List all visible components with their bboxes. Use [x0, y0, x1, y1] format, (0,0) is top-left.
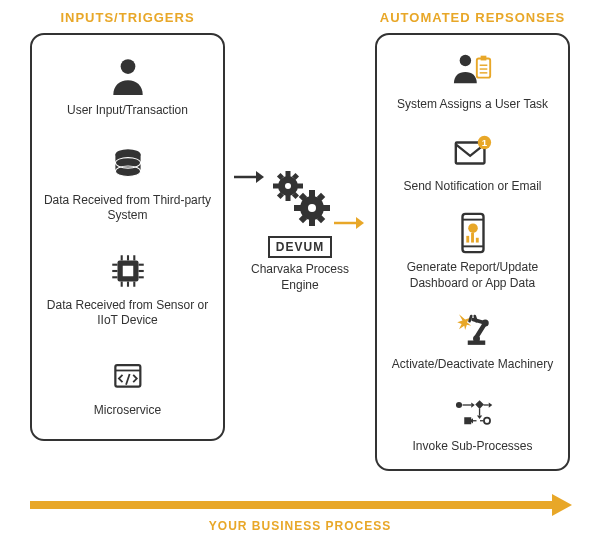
item-label: Microservice — [94, 403, 161, 419]
item-label: Data Received from Sensor or IIoT Device — [40, 298, 215, 329]
svg-rect-63 — [475, 400, 484, 409]
phone-report-icon — [452, 212, 494, 254]
item-machinery: Activate/Deactivate Machinery — [385, 309, 560, 373]
svg-point-68 — [483, 418, 489, 424]
database-icon — [107, 145, 149, 187]
svg-point-33 — [308, 204, 316, 212]
svg-rect-34 — [309, 190, 315, 197]
svg-rect-25 — [286, 195, 291, 201]
right-column: AUTOMATED REPSONSES System Assigns a Use… — [375, 10, 570, 471]
item-label: Activate/Deactivate Machinery — [392, 357, 553, 373]
item-third-party: Data Received from Third-party System — [40, 145, 215, 224]
item-microservice: Microservice — [40, 355, 215, 419]
svg-point-42 — [459, 55, 470, 66]
item-report: Generate Report/Update Dashboard or App … — [385, 212, 560, 291]
bottom-caption: YOUR BUSINESS PROCESS — [0, 519, 600, 533]
item-label: Send Notification or Email — [403, 179, 541, 195]
item-label: System Assigns a User Task — [397, 97, 548, 113]
code-icon — [107, 355, 149, 397]
svg-rect-5 — [122, 266, 133, 277]
arrow-line — [30, 501, 556, 509]
left-column: INPUTS/TRIGGERS User Input/Transaction D… — [30, 10, 225, 441]
devum-logo: DEVUM — [268, 236, 332, 258]
left-title: INPUTS/TRIGGERS — [30, 10, 225, 25]
chip-icon — [107, 250, 149, 292]
svg-text:1: 1 — [481, 137, 487, 148]
user-task-icon — [452, 49, 494, 91]
svg-rect-26 — [273, 184, 279, 189]
item-sensor-iiot: Data Received from Sensor or IIoT Device — [40, 250, 215, 329]
arrow-head-icon — [552, 494, 572, 516]
diagram-container: INPUTS/TRIGGERS User Input/Transaction D… — [0, 0, 600, 471]
svg-rect-27 — [297, 184, 303, 189]
engine-label: Charvaka Process Engine — [240, 262, 360, 293]
item-user-input: User Input/Transaction — [40, 55, 215, 119]
svg-point-54 — [468, 224, 478, 234]
svg-rect-56 — [471, 233, 474, 243]
svg-point-0 — [120, 59, 135, 74]
envelope-badge-icon: 1 — [452, 131, 494, 173]
svg-rect-57 — [475, 238, 478, 243]
robot-arm-icon — [452, 309, 494, 351]
process-arrow — [30, 497, 570, 513]
subprocess-icon — [452, 391, 494, 433]
item-label: User Input/Transaction — [67, 103, 188, 119]
svg-rect-55 — [466, 236, 469, 243]
item-label: Data Received from Third-party System — [40, 193, 215, 224]
svg-rect-36 — [294, 205, 301, 211]
item-label: Generate Report/Update Dashboard or App … — [385, 260, 560, 291]
svg-point-23 — [285, 183, 291, 189]
item-label: Invoke Sub-Processes — [412, 439, 532, 455]
svg-rect-37 — [323, 205, 330, 211]
svg-rect-24 — [286, 171, 291, 177]
svg-rect-35 — [309, 219, 315, 226]
right-title: AUTOMATED REPSONSES — [375, 10, 570, 25]
svg-rect-18 — [115, 365, 140, 386]
svg-rect-44 — [480, 56, 486, 61]
gears-icon — [260, 170, 340, 230]
svg-point-61 — [455, 402, 461, 408]
item-notification: 1 Send Notification or Email — [385, 131, 560, 195]
user-icon — [107, 55, 149, 97]
inputs-panel: User Input/Transaction Data Received fro… — [30, 33, 225, 441]
outputs-panel: System Assigns a User Task 1 Send Notifi… — [375, 33, 570, 471]
svg-rect-43 — [476, 59, 489, 78]
middle-column: DEVUM Charvaka Process Engine — [240, 10, 360, 293]
item-user-task: System Assigns a User Task — [385, 49, 560, 113]
item-subprocess: Invoke Sub-Processes — [385, 391, 560, 455]
